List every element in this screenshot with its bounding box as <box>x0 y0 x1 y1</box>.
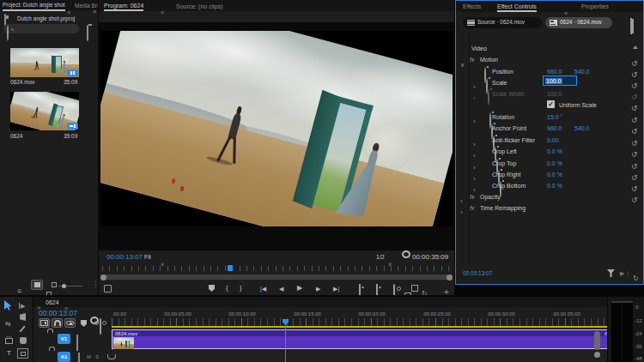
sequence-clip-pill[interactable]: 0624 · 0624.mov <box>545 17 612 28</box>
extract-icon[interactable] <box>376 284 378 295</box>
playhead-line[interactable] <box>285 323 286 362</box>
snap-icon[interactable] <box>52 318 63 328</box>
button-editor-icon[interactable] <box>444 283 449 295</box>
search-input[interactable] <box>3 24 79 33</box>
effect-motion[interactable]: Motion <box>480 57 498 63</box>
param-crop-bottom: Crop Bottom <box>492 183 526 189</box>
timeline-clip[interactable]: 0624.mov fx <box>112 329 607 349</box>
ecp-timecode[interactable]: 00:00:13:07 <box>463 271 492 277</box>
a1-track-badge[interactable]: A1 <box>58 352 70 362</box>
icon-view-icon[interactable] <box>31 280 43 290</box>
go-to-out-button[interactable]: ▶| <box>333 286 339 292</box>
collapse-section-icon[interactable] <box>633 45 638 49</box>
keyframe-nav-icon[interactable]: ▶｜ <box>620 270 630 276</box>
position-y-value[interactable]: 540.0 <box>574 69 590 75</box>
scale-value-input[interactable]: 100.0 <box>543 75 577 86</box>
step-forward-button[interactable]: ▶ <box>316 286 320 292</box>
program-video-frame[interactable] <box>100 31 453 226</box>
track-select-tool-icon[interactable]: ▶ <box>19 303 25 309</box>
a1-mute-button[interactable]: M <box>87 354 91 359</box>
monitor-playhead[interactable] <box>228 265 233 271</box>
timeline-add-marker-icon[interactable] <box>81 320 87 327</box>
ecp-section-video[interactable]: Video <box>471 45 487 51</box>
monitor-display-settings-icon[interactable] <box>104 285 112 293</box>
rotation-value[interactable]: 15.0 ° <box>547 114 562 120</box>
project-item-thumbnail[interactable] <box>10 48 79 77</box>
linked-selection-icon[interactable] <box>64 318 76 328</box>
anchor-x-value[interactable]: 960.0 <box>547 125 562 131</box>
list-view-icon[interactable] <box>17 281 21 295</box>
go-to-in-button[interactable]: |◀ <box>260 286 266 292</box>
tab-effects[interactable]: Effects <box>463 3 481 9</box>
uniform-scale-checkbox[interactable]: ✓ <box>547 100 555 108</box>
source-clip-pill[interactable]: Source · 0624.mov <box>463 17 542 28</box>
program-timecode[interactable]: 00:00:13:07 <box>106 254 143 261</box>
razor-tool-icon[interactable] <box>20 313 26 321</box>
tab-sequence[interactable]: 0624 <box>46 299 59 305</box>
nest-toggle-icon[interactable] <box>39 318 50 328</box>
hand-tool-icon[interactable] <box>20 337 27 344</box>
thumbnail-zoom-knob[interactable] <box>62 284 66 288</box>
time-remap-expand-icon[interactable] <box>460 202 463 218</box>
v1-sync-lock-icon[interactable] <box>76 335 78 351</box>
new-bin-icon[interactable] <box>87 25 88 41</box>
tab-overflow-icon[interactable] <box>93 2 96 17</box>
crop-right-value[interactable]: 0.0 % <box>547 172 562 178</box>
project-item-name[interactable]: 0624 <box>10 134 22 140</box>
mark-in-button[interactable]: { <box>226 285 228 292</box>
crop-bottom-value[interactable]: 0.0 % <box>547 183 562 189</box>
selection-tool-icon[interactable] <box>4 300 13 311</box>
a1-track-lane[interactable] <box>112 351 607 362</box>
antiflicker-value[interactable]: 0.00 <box>547 137 559 143</box>
play-button[interactable]: ▶ <box>297 285 302 292</box>
timeline-timecode[interactable]: 00:00:13:07 <box>39 310 77 317</box>
timeline-options-icon[interactable] <box>100 318 101 335</box>
crop-top-value[interactable]: 0.0 % <box>547 160 562 166</box>
scrollbar-left-handle[interactable] <box>100 275 106 281</box>
position-x-value[interactable]: 960.0 <box>547 69 562 75</box>
pen-tool-icon[interactable] <box>19 325 25 332</box>
crop-left-value[interactable]: 0.0 % <box>547 148 562 154</box>
monitor-mini-ruler[interactable] <box>102 266 449 271</box>
a1-sync-lock-icon[interactable] <box>78 353 80 362</box>
lift-icon[interactable] <box>359 284 361 295</box>
project-item-name[interactable]: 0624.mov <box>10 80 35 86</box>
project-item-thumbnail[interactable] <box>10 92 79 130</box>
monitor-scrollbar[interactable] <box>100 275 453 280</box>
tab-properties[interactable]: Properties <box>581 3 609 9</box>
tab-effect-controls[interactable]: Effect Controls <box>497 3 537 12</box>
motion-expand-icon[interactable] <box>460 55 465 70</box>
project-file-name[interactable]: Dutch angle shot.prproj <box>17 16 75 22</box>
add-marker-icon[interactable] <box>209 285 215 292</box>
reset-opacity-icon[interactable] <box>631 190 638 206</box>
split-view-icon[interactable] <box>630 18 632 34</box>
loop-playback-icon[interactable] <box>422 284 428 295</box>
tab-project[interactable]: Project: Dutch angle shot <box>3 3 65 11</box>
playback-resolution-select[interactable]: 1/2 <box>376 254 385 260</box>
mark-out-button[interactable]: } <box>240 285 242 292</box>
tab-program[interactable]: Program: 0624 <box>104 3 143 11</box>
scrollbar-right-handle[interactable] <box>447 275 453 281</box>
filter-properties-icon[interactable] <box>607 269 615 277</box>
timeline-vertical-scrollbar[interactable] <box>594 331 600 350</box>
type-tool-icon[interactable]: T <box>7 350 11 357</box>
effect-opacity[interactable]: Opacity <box>480 194 501 200</box>
ruler-label: 00:00 <box>113 311 126 317</box>
sequence-clip-pill-label: 0624 · 0624.mov <box>560 20 602 26</box>
a1-solo-button[interactable]: S <box>95 354 99 359</box>
ecp-loop-icon[interactable] <box>633 268 639 284</box>
timeline-scrollbar-handle[interactable] <box>594 352 600 358</box>
tab-source[interactable]: Source: (no clips) <box>176 3 222 9</box>
rotation-twirl-icon[interactable] <box>473 112 476 127</box>
rectangle-tool-icon[interactable] <box>5 338 13 344</box>
monitor-display-settings-chevron-icon[interactable] <box>114 287 118 295</box>
export-frame-icon[interactable] <box>393 284 395 295</box>
v1-track-badge[interactable]: V1 <box>58 334 70 344</box>
program-panel-menu-icon[interactable] <box>161 3 164 18</box>
effect-time-remapping[interactable]: Time Remapping <box>480 205 526 211</box>
anchor-y-value[interactable]: 540.0 <box>574 125 590 131</box>
zoom-level-select[interactable]: Fit <box>144 254 151 260</box>
meter-scale-label: -48 <box>635 356 642 361</box>
step-back-button[interactable]: ◀ <box>279 286 283 292</box>
remix-tool-icon[interactable] <box>17 348 28 359</box>
